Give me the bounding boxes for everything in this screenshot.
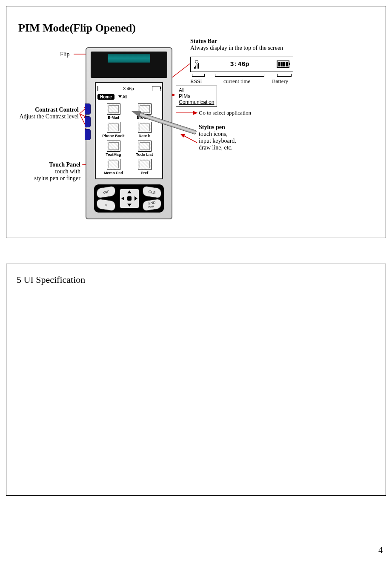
app-pref[interactable]: Pref — [129, 158, 160, 176]
status-bar-diagram: 3:46p — [190, 57, 293, 72]
contrast-button-1 — [85, 103, 91, 115]
device-flip-bar — [91, 52, 167, 78]
category-selector-label: All — [123, 95, 127, 99]
backlight-button[interactable]: ☼ — [97, 198, 115, 211]
bracket-battery — [277, 74, 292, 77]
contrast-button-3 — [85, 129, 91, 140]
signal-icon — [97, 86, 105, 91]
flip-callout: Flip — [60, 51, 70, 58]
slide-pim-mode: PIM Mode(Flip Opened) — [6, 6, 386, 238]
app-memopad[interactable]: Memo Pad — [98, 158, 129, 176]
battery-large-icon — [277, 60, 289, 68]
end-pwr-button[interactable]: ENDPWR — [143, 198, 161, 211]
ok-button[interactable]: OK — [97, 186, 115, 198]
goto-select-application-label: Go to select application — [199, 109, 251, 116]
device-keypad: OK CLR ☼ ENDPWR — [94, 184, 164, 213]
device-diagram: 3:46p Home All E-Mail Browser Phone Book… — [86, 47, 172, 219]
statusbar-callout: Status Bar Always display in the top of … — [190, 38, 283, 52]
dropdown-option-all[interactable]: All — [179, 87, 214, 93]
category-selector[interactable]: All — [116, 94, 129, 100]
dpad[interactable] — [120, 189, 139, 208]
bracket-rssi — [192, 74, 205, 77]
app-phonebook[interactable]: Phone Book — [98, 121, 129, 139]
battery-label: Battery — [272, 78, 288, 85]
category-dropdown: All PIMs Communication — [176, 86, 217, 107]
app-email[interactable]: E-Mail — [98, 103, 129, 121]
contrast-callout: Contrast Control Adjust the Contrast lev… — [11, 106, 79, 120]
app-textmsg[interactable]: TextMsg — [98, 140, 129, 158]
triangle-down-icon — [118, 95, 122, 98]
home-button[interactable]: Home — [97, 94, 114, 100]
dropdown-option-pims[interactable]: PIMs — [179, 93, 214, 99]
current-time-label: current time — [223, 78, 250, 85]
rssi-label: RSSI — [190, 78, 202, 85]
app-todolist[interactable]: Todo List — [129, 140, 160, 158]
battery-icon — [152, 86, 160, 91]
rssi-icon — [194, 60, 203, 69]
clr-button[interactable]: CLR — [143, 186, 161, 198]
device-touch-panel: 3:46p Home All E-Mail Browser Phone Book… — [95, 82, 163, 179]
slide-ui-specification: 5 UI Specification — [6, 264, 386, 496]
stylus-pen-callout: Stylus pen touch icons, input keyboard, … — [199, 124, 236, 151]
slide2-title: 5 UI Specification — [17, 274, 85, 285]
slide1-title: PIM Mode(Flip Opened) — [18, 22, 136, 34]
touch-panel-callout: Touch Panel touch with stylus pen or fin… — [18, 161, 80, 182]
home-row: Home All — [97, 93, 160, 100]
app-grid: E-Mail Browser Phone Book Date b TextMsg… — [98, 103, 160, 176]
app-browser[interactable]: Browser — [129, 103, 160, 121]
contrast-button-2 — [85, 116, 91, 127]
dropdown-option-communication[interactable]: Communication — [179, 99, 214, 105]
mini-time: 3:46p — [123, 86, 134, 91]
mini-status-bar: 3:46p — [97, 85, 160, 92]
status-time: 3:46p — [230, 61, 249, 68]
svg-line-7 — [181, 134, 197, 143]
bracket-time — [215, 74, 264, 77]
app-datebook[interactable]: Date b — [129, 121, 160, 139]
